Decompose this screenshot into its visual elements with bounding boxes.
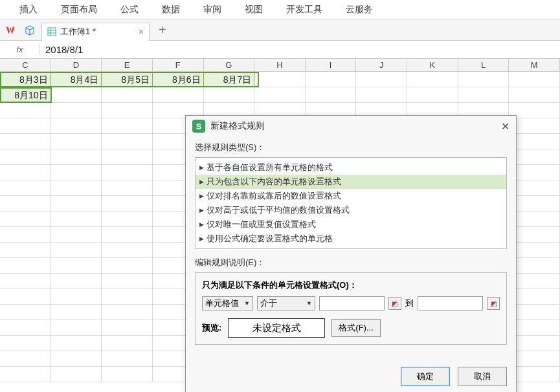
cell[interactable]	[0, 165, 51, 180]
formula-value[interactable]: 2018/8/1	[40, 44, 83, 55]
cell[interactable]	[0, 258, 51, 274]
cell[interactable]	[102, 196, 153, 212]
workbook-tab[interactable]: 工作簿1 * ×	[41, 23, 150, 41]
cell[interactable]	[509, 180, 560, 196]
menu-page-layout[interactable]: 页面布局	[61, 4, 97, 16]
rule-type-item[interactable]: ▶仅对高于或低于平均值的数值设置格式	[196, 203, 506, 217]
cell[interactable]	[0, 149, 51, 165]
cell[interactable]	[51, 149, 102, 165]
format-button[interactable]: 格式(F)...	[331, 319, 380, 337]
col-header[interactable]: G	[204, 59, 255, 72]
cell[interactable]	[102, 103, 153, 118]
cell[interactable]	[0, 196, 51, 212]
cell[interactable]	[407, 72, 458, 87]
col-header[interactable]: F	[153, 59, 204, 72]
cell[interactable]: 8月7日	[204, 72, 255, 87]
col-header[interactable]: J	[356, 59, 407, 72]
cell[interactable]: 8月5日	[102, 72, 153, 87]
cell[interactable]	[102, 258, 153, 274]
cell[interactable]	[509, 87, 560, 103]
cell[interactable]	[51, 274, 102, 289]
cell[interactable]	[102, 134, 153, 149]
cell[interactable]	[204, 87, 255, 103]
cell[interactable]	[51, 103, 102, 118]
cell[interactable]	[102, 289, 153, 305]
cell[interactable]	[51, 212, 102, 227]
operator-dropdown[interactable]: 介于▼	[257, 296, 315, 310]
cell[interactable]	[458, 72, 510, 87]
cell[interactable]	[509, 336, 560, 351]
cell[interactable]	[509, 320, 560, 336]
cell[interactable]	[0, 367, 51, 382]
cell[interactable]	[102, 227, 153, 243]
cell[interactable]	[102, 149, 153, 165]
cell[interactable]	[0, 274, 51, 289]
cell[interactable]	[509, 367, 560, 382]
col-header[interactable]: L	[458, 59, 510, 72]
cell[interactable]	[458, 87, 510, 103]
cell[interactable]	[51, 87, 102, 103]
cell[interactable]	[509, 149, 560, 165]
col-header[interactable]: I	[306, 59, 357, 72]
menu-formula[interactable]: 公式	[120, 4, 139, 16]
cell[interactable]	[51, 134, 102, 149]
cell[interactable]	[509, 72, 560, 87]
col-header[interactable]: M	[509, 59, 560, 72]
cell[interactable]	[0, 351, 51, 367]
cell[interactable]	[0, 289, 51, 305]
cell[interactable]	[254, 87, 306, 103]
cell[interactable]	[102, 212, 153, 227]
cube-icon[interactable]	[25, 25, 35, 36]
cell[interactable]	[509, 351, 560, 367]
menu-cloud[interactable]: 云服务	[346, 4, 373, 16]
cell[interactable]	[51, 320, 102, 336]
cell[interactable]	[51, 243, 102, 258]
col-header[interactable]: H	[254, 59, 306, 72]
cell[interactable]	[51, 336, 102, 351]
cell[interactable]	[102, 118, 153, 134]
cell[interactable]	[153, 87, 204, 103]
rule-type-item[interactable]: ▶使用公式确定要设置格式的单元格	[196, 232, 506, 246]
cell[interactable]	[102, 320, 153, 336]
cell[interactable]	[102, 336, 153, 351]
cell[interactable]	[509, 274, 560, 289]
rule-type-item[interactable]: ▶仅对唯一值或重复值设置格式	[196, 217, 506, 232]
cell[interactable]	[0, 180, 51, 196]
add-tab-icon[interactable]: +	[159, 23, 166, 38]
cell[interactable]	[51, 118, 102, 134]
cell[interactable]	[51, 351, 102, 367]
cell[interactable]	[356, 87, 407, 103]
col-header[interactable]: K	[407, 59, 458, 72]
col-header[interactable]: C	[0, 59, 51, 72]
cell[interactable]	[306, 72, 357, 87]
menu-view[interactable]: 视图	[245, 4, 263, 16]
cell[interactable]	[51, 367, 102, 382]
col-header[interactable]: D	[51, 59, 102, 72]
cell[interactable]	[509, 243, 560, 258]
cell[interactable]	[102, 367, 153, 382]
cell[interactable]	[102, 165, 153, 180]
cell[interactable]	[51, 258, 102, 274]
rule-type-item[interactable]: ▶基于各自值设置所有单元格的格式	[196, 160, 506, 175]
menu-insert[interactable]: 插入	[19, 4, 38, 16]
cell[interactable]	[509, 196, 560, 212]
cell[interactable]	[102, 243, 153, 258]
ref-select-icon[interactable]: ◩	[388, 297, 401, 310]
menu-devtools[interactable]: 开发工具	[286, 4, 322, 16]
cell[interactable]	[356, 72, 407, 87]
cell[interactable]	[509, 118, 560, 134]
col-header[interactable]: E	[102, 59, 153, 72]
cell[interactable]	[102, 351, 153, 367]
cell[interactable]	[102, 87, 153, 103]
cell[interactable]	[0, 134, 51, 149]
close-icon[interactable]: ×	[139, 27, 144, 37]
cell[interactable]	[51, 180, 102, 196]
cell[interactable]	[509, 258, 560, 274]
cell[interactable]	[509, 305, 560, 320]
cell[interactable]	[102, 274, 153, 289]
cell[interactable]	[51, 196, 102, 212]
cell[interactable]	[0, 212, 51, 227]
cell[interactable]	[102, 180, 153, 196]
to-input[interactable]	[418, 296, 483, 310]
cell[interactable]	[102, 305, 153, 320]
